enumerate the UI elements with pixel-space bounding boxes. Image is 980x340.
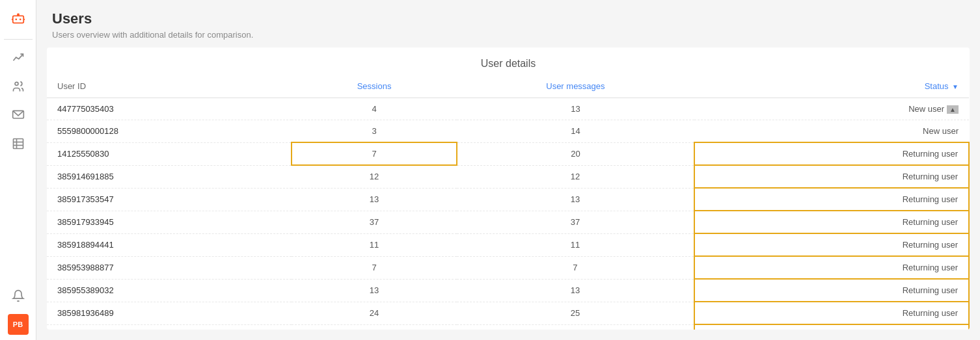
page-header: Users Users overview with additional det… — [36, 0, 980, 47]
cell-messages: 13 — [457, 98, 694, 120]
sidebar-item-analytics[interactable] — [5, 45, 31, 71]
cell-sessions: 4 — [292, 98, 456, 120]
col-header-userid: User ID — [47, 75, 292, 98]
cell-status: Returning user — [694, 279, 969, 302]
cell-status: Returning user — [694, 233, 969, 256]
cell-messages: 37 — [457, 211, 694, 233]
table-header: User ID Sessions User messages Status ▼ — [47, 75, 969, 98]
table-row: 3859553890321313Returning user — [47, 279, 969, 302]
table-container: User details User ID Sessions User messa… — [47, 47, 970, 330]
cell-status: New user▲ — [694, 98, 969, 120]
cell-userid: 385914691885 — [47, 165, 292, 188]
cell-messages: 7 — [457, 256, 694, 279]
cell-messages: 13 — [457, 279, 694, 302]
cell-userid: 447775035403 — [47, 98, 292, 120]
table-row: 3859146918851212Returning user — [47, 165, 969, 188]
page-subtitle: Users overview with additional details f… — [52, 30, 964, 40]
cell-messages: 27 — [457, 324, 694, 330]
table-title: User details — [47, 47, 970, 75]
table-row: 3859173535471313Returning user — [47, 188, 969, 211]
cell-status: Returning user▼ — [694, 324, 969, 330]
cell-status: Returning user — [694, 188, 969, 211]
cell-messages: 14 — [457, 120, 694, 143]
cell-userid: 38598615025 — [47, 324, 292, 330]
cell-messages: 12 — [457, 165, 694, 188]
cell-sessions: 13 — [292, 279, 456, 302]
svg-point-7 — [15, 82, 18, 85]
sidebar-item-table[interactable] — [5, 131, 31, 157]
svg-rect-0 — [12, 16, 23, 23]
cell-status: Returning user — [694, 165, 969, 188]
cell-userid: 385917353547 — [47, 188, 292, 211]
svg-point-2 — [19, 18, 21, 20]
sort-arrow-icon: ▼ — [952, 83, 959, 90]
cell-userid: 385918894441 — [47, 233, 292, 256]
cell-sessions: 15 — [292, 324, 456, 330]
cell-status: Returning user — [694, 302, 969, 324]
table-scroll-wrapper[interactable]: User ID Sessions User messages Status ▼ … — [47, 75, 970, 330]
cell-sessions: 13 — [292, 188, 456, 211]
table-body: 447775035403413New user▲5559800000128314… — [47, 98, 969, 330]
cell-status: Returning user — [694, 256, 969, 279]
col-header-messages: User messages — [457, 75, 694, 98]
cell-userid: 385955389032 — [47, 279, 292, 302]
cell-messages: 20 — [457, 142, 694, 165]
cell-userid: 385917933945 — [47, 211, 292, 233]
cell-userid: 14125550830 — [47, 142, 292, 165]
table-row: 3859188944411111Returning user — [47, 233, 969, 256]
svg-point-1 — [15, 18, 17, 20]
cell-status: Returning user — [694, 142, 969, 165]
cell-userid: 5559800000128 — [47, 120, 292, 143]
cell-messages: 13 — [457, 188, 694, 211]
cell-userid: 385981936489 — [47, 302, 292, 324]
table-row: 38595398887777Returning user — [47, 256, 969, 279]
cell-sessions: 24 — [292, 302, 456, 324]
table-row: 5559800000128314New user — [47, 120, 969, 143]
sidebar-item-messages[interactable] — [5, 102, 31, 128]
table-row: 3859179339453737Returning user — [47, 211, 969, 233]
cell-status: Returning user — [694, 211, 969, 233]
scroll-up-arrow[interactable]: ▲ — [947, 105, 959, 114]
sidebar-bottom: PB — [5, 283, 31, 340]
table-row: 385986150251527Returning user▼ — [47, 324, 969, 330]
col-header-sessions[interactable]: Sessions — [292, 75, 456, 98]
cell-messages: 25 — [457, 302, 694, 324]
sidebar-item-robot[interactable] — [5, 5, 31, 31]
cell-messages: 11 — [457, 233, 694, 256]
sidebar: PB — [0, 0, 36, 340]
cell-sessions: 3 — [292, 120, 456, 143]
col-header-status[interactable]: Status ▼ — [694, 75, 969, 98]
cell-status: New user — [694, 120, 969, 143]
table-row: 3859819364892425Returning user — [47, 302, 969, 324]
page-title: Users — [52, 10, 964, 27]
cell-sessions: 12 — [292, 165, 456, 188]
sidebar-pb-avatar[interactable]: PB — [8, 314, 29, 335]
sidebar-divider-top — [4, 39, 33, 40]
cell-sessions: 7 — [292, 142, 456, 165]
data-table: User ID Sessions User messages Status ▼ … — [47, 75, 970, 330]
table-row: 14125550830720Returning user — [47, 142, 969, 165]
sidebar-item-users[interactable] — [5, 73, 31, 99]
cell-sessions: 11 — [292, 233, 456, 256]
table-row: 447775035403413New user▲ — [47, 98, 969, 120]
svg-rect-9 — [13, 139, 23, 149]
sidebar-bell-icon[interactable] — [5, 283, 31, 309]
cell-sessions: 7 — [292, 256, 456, 279]
cell-userid: 385953988877 — [47, 256, 292, 279]
cell-sessions: 37 — [292, 211, 456, 233]
main-content: Users Users overview with additional det… — [36, 0, 980, 340]
